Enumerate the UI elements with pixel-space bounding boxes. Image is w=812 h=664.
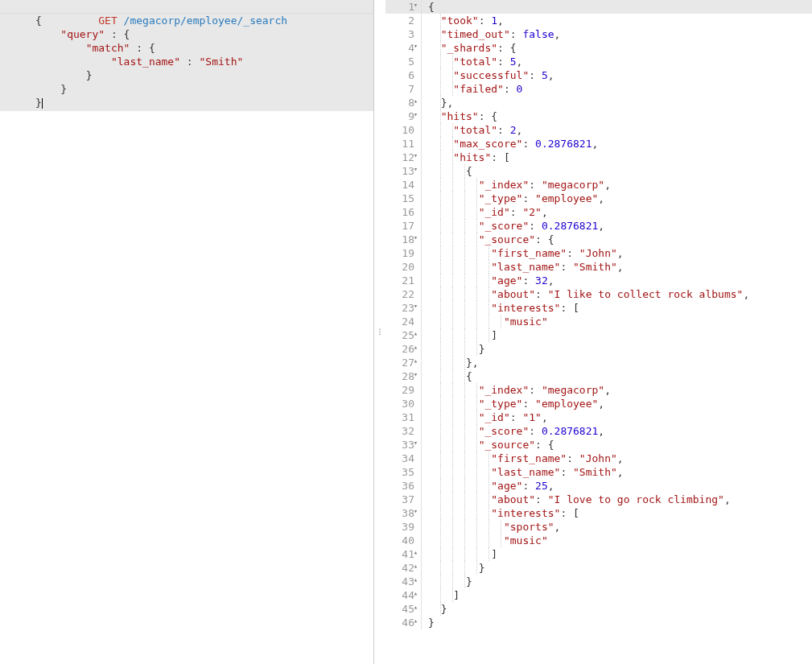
code-line[interactable]: 38▾ "interests": [ bbox=[385, 506, 812, 520]
code-text[interactable]: "timed_out": false, bbox=[421, 27, 812, 41]
fold-close-icon[interactable]: ▴ bbox=[412, 357, 419, 365]
code-text[interactable]: "successful": 5, bbox=[421, 68, 812, 82]
code-text[interactable]: } bbox=[32, 96, 373, 109]
code-text[interactable]: ▴} bbox=[421, 616, 812, 629]
fold-open-icon[interactable]: ▾ bbox=[412, 234, 419, 241]
response-body[interactable]: 1▾{2 "took": 1,3 "timed_out": false,4▾ "… bbox=[385, 0, 812, 629]
request-pane[interactable]: GET /megacorp/employee/_search { "query"… bbox=[0, 0, 374, 664]
fold-close-icon[interactable]: ▴ bbox=[412, 97, 419, 105]
code-text[interactable]: "first_name": "John", bbox=[421, 452, 812, 465]
fold-close-icon[interactable]: ▴ bbox=[412, 576, 419, 584]
code-line[interactable]: 43▴ } bbox=[385, 575, 812, 588]
code-text[interactable]: "music" bbox=[421, 315, 812, 328]
code-text[interactable]: "_index": "megacorp", bbox=[421, 383, 812, 397]
code-text[interactable]: ▴ } bbox=[421, 342, 812, 356]
code-text[interactable]: "about": "I love to go rock climbing", bbox=[421, 493, 812, 506]
fold-open-icon[interactable]: ▾ bbox=[412, 111, 419, 118]
code-line[interactable]: 40 "music" bbox=[385, 534, 812, 547]
code-line[interactable]: 12▾ "hits": [ bbox=[385, 151, 812, 164]
code-text[interactable]: ▾ "interests": [ bbox=[421, 301, 812, 315]
code-text[interactable]: ▴ } bbox=[421, 602, 812, 616]
code-line[interactable]: 15 "_type": "employee", bbox=[385, 192, 812, 205]
code-text[interactable]: ▾ { bbox=[421, 369, 812, 383]
fold-open-icon[interactable]: ▾ bbox=[412, 43, 419, 50]
code-text[interactable]: "failed": 0 bbox=[421, 82, 812, 96]
code-text[interactable]: "about": "I like to collect rock albums"… bbox=[421, 287, 812, 301]
code-text[interactable]: ▴ ] bbox=[421, 588, 812, 602]
request-editor[interactable]: GET /megacorp/employee/_search { "query"… bbox=[0, 0, 373, 111]
code-line[interactable]: 5 "total": 5, bbox=[385, 55, 812, 68]
code-text[interactable]: "_score": 0.2876821, bbox=[421, 424, 812, 438]
code-text[interactable]: ▴ }, bbox=[421, 356, 812, 369]
code-line[interactable]: 22 "about": "I like to collect rock albu… bbox=[385, 287, 812, 301]
fold-open-icon[interactable]: ▾ bbox=[412, 371, 419, 378]
code-line[interactable]: 9▾ "hits": { bbox=[385, 109, 812, 123]
code-text[interactable]: } bbox=[32, 82, 373, 96]
code-text[interactable]: ▾ { bbox=[421, 164, 812, 178]
code-line[interactable]: 42▴ } bbox=[385, 561, 812, 575]
fold-open-icon[interactable]: ▾ bbox=[412, 166, 419, 173]
code-text[interactable]: "max_score": 0.2876821, bbox=[421, 137, 812, 151]
code-text[interactable]: ▾ "_source": { bbox=[421, 438, 812, 452]
fold-open-icon[interactable]: ▾ bbox=[412, 508, 419, 515]
code-line[interactable]: "match" : { bbox=[0, 41, 373, 55]
code-line[interactable]: 20 "last_name": "Smith", bbox=[385, 260, 812, 274]
code-text[interactable]: ▴ ] bbox=[421, 547, 812, 561]
code-line[interactable]: 19 "first_name": "John", bbox=[385, 246, 812, 260]
code-line[interactable]: 28▾ { bbox=[385, 369, 812, 383]
code-line[interactable]: 23▾ "interests": [ bbox=[385, 301, 812, 315]
code-line[interactable]: 2 "took": 1, bbox=[385, 14, 812, 27]
code-line[interactable]: } bbox=[0, 82, 373, 96]
code-text[interactable]: ▴ } bbox=[421, 575, 812, 588]
code-line[interactable]: 44▴ ] bbox=[385, 588, 812, 602]
request-line[interactable]: GET /megacorp/employee/_search bbox=[0, 0, 373, 14]
run-icon[interactable] bbox=[338, 1, 349, 12]
code-line[interactable]: 11 "max_score": 0.2876821, bbox=[385, 137, 812, 151]
code-text[interactable]: ▾ "hits": { bbox=[421, 109, 812, 123]
code-line[interactable]: 45▴ } bbox=[385, 602, 812, 616]
fold-close-icon[interactable]: ▴ bbox=[412, 604, 419, 611]
code-line[interactable]: 10 "total": 2, bbox=[385, 123, 812, 137]
code-line[interactable]: 26▴ } bbox=[385, 342, 812, 356]
code-line[interactable]: 29 "_index": "megacorp", bbox=[385, 383, 812, 397]
fold-open-icon[interactable]: ▾ bbox=[412, 439, 419, 447]
code-text[interactable]: "age": 25, bbox=[421, 479, 812, 493]
fold-open-icon[interactable]: ▾ bbox=[412, 303, 419, 310]
code-line[interactable]: 3 "timed_out": false, bbox=[385, 27, 812, 41]
code-text[interactable]: "_index": "megacorp", bbox=[421, 178, 812, 192]
code-line[interactable]: 35 "last_name": "Smith", bbox=[385, 465, 812, 479]
code-text[interactable]: "match" : { bbox=[32, 41, 373, 55]
code-text[interactable]: "last_name" : "Smith" bbox=[32, 55, 373, 68]
code-text[interactable]: "last_name": "Smith", bbox=[421, 260, 812, 274]
code-line[interactable]: 6 "successful": 5, bbox=[385, 68, 812, 82]
code-text[interactable]: "_score": 0.2876821, bbox=[421, 219, 812, 233]
code-line[interactable]: 39 "sports", bbox=[385, 520, 812, 534]
code-line[interactable]: 17 "_score": 0.2876821, bbox=[385, 219, 812, 233]
code-line[interactable]: 27▴ }, bbox=[385, 356, 812, 369]
code-line[interactable]: 34 "first_name": "John", bbox=[385, 452, 812, 465]
code-line[interactable]: 37 "about": "I love to go rock climbing"… bbox=[385, 493, 812, 506]
fold-open-icon[interactable]: ▾ bbox=[412, 2, 419, 9]
code-text[interactable]: "total": 5, bbox=[421, 55, 812, 68]
code-text[interactable]: "_type": "employee", bbox=[421, 397, 812, 410]
code-line[interactable]: 16 "_id": "2", bbox=[385, 205, 812, 219]
wrench-icon[interactable] bbox=[357, 1, 369, 12]
code-line[interactable]: 4▾ "_shards": { bbox=[385, 41, 812, 55]
code-text[interactable]: "_id": "2", bbox=[421, 205, 812, 219]
code-line[interactable]: 31 "_id": "1", bbox=[385, 410, 812, 424]
code-text[interactable]: "total": 2, bbox=[421, 123, 812, 137]
fold-close-icon[interactable]: ▴ bbox=[412, 563, 419, 570]
code-line[interactable]: 25▴ ] bbox=[385, 328, 812, 342]
code-text[interactable]: } bbox=[32, 68, 373, 82]
code-line[interactable]: 13▾ { bbox=[385, 164, 812, 178]
code-line[interactable]: 32 "_score": 0.2876821, bbox=[385, 424, 812, 438]
fold-open-icon[interactable]: ▾ bbox=[412, 152, 419, 159]
code-line[interactable]: 24 "music" bbox=[385, 315, 812, 328]
code-text[interactable]: "last_name": "Smith", bbox=[421, 465, 812, 479]
code-line[interactable]: } bbox=[0, 68, 373, 82]
code-line[interactable]: 41▴ ] bbox=[385, 547, 812, 561]
fold-close-icon[interactable]: ▴ bbox=[412, 549, 419, 556]
code-text[interactable]: "age": 32, bbox=[421, 274, 812, 287]
code-text[interactable]: ▾ "interests": [ bbox=[421, 506, 812, 520]
code-text[interactable]: ▾{ bbox=[421, 0, 812, 14]
